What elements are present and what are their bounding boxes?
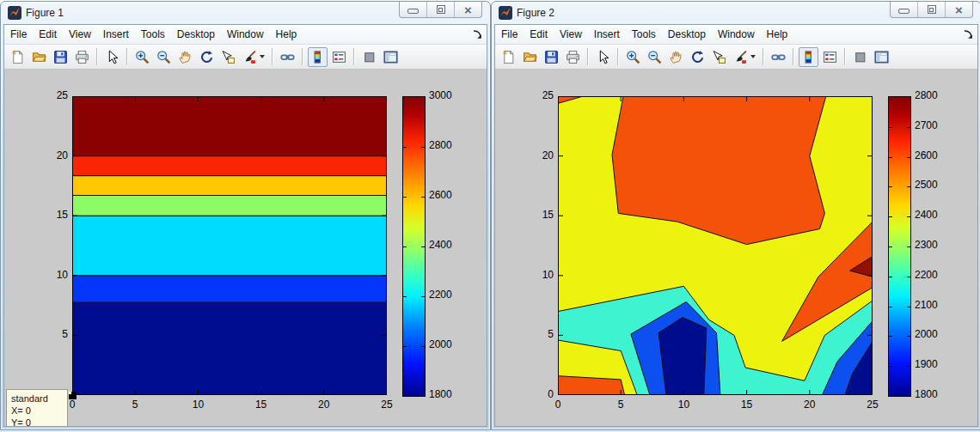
insert-legend-button[interactable]: [329, 47, 349, 67]
colorbar-tick: [889, 336, 892, 337]
colorbar-tick: [421, 147, 425, 148]
y-tick-label: 0: [530, 388, 554, 400]
save-figure-button[interactable]: [542, 47, 561, 67]
rotate-3d-button[interactable]: [688, 47, 707, 67]
colorbar-tick-label: 2000: [915, 328, 938, 340]
pan-button[interactable]: [175, 47, 195, 67]
colorbar: [888, 96, 911, 397]
colorbar-tick-label: 2500: [915, 179, 938, 191]
menu-edit[interactable]: Edit: [524, 26, 554, 43]
colorbar-tick: [907, 277, 910, 277]
menu-desktop[interactable]: Desktop: [171, 26, 221, 43]
insert-colorbar-icon: [310, 50, 325, 64]
menu-window[interactable]: Window: [712, 26, 761, 43]
colorbar-tick: [889, 277, 892, 277]
open-file-button[interactable]: [29, 47, 49, 67]
edit-plot-button[interactable]: [102, 47, 122, 67]
brush-button[interactable]: [240, 47, 267, 67]
menu-file[interactable]: File: [4, 26, 33, 43]
dock-figure-button[interactable]: [472, 28, 483, 40]
x-tick-label: 15: [736, 399, 758, 411]
menu-view[interactable]: View: [554, 26, 588, 43]
minimize-button[interactable]: [400, 2, 427, 17]
rotate-3d-button[interactable]: [197, 47, 217, 67]
edit-plot-icon: [596, 50, 610, 64]
insert-colorbar-button[interactable]: [799, 47, 818, 67]
colorbar-tick-label: 2400: [915, 209, 938, 221]
window-title: Figure 1: [26, 7, 64, 19]
menu-tools[interactable]: Tools: [135, 26, 171, 43]
minimize-button[interactable]: [891, 2, 918, 17]
datatip-x-value: X= 0: [11, 405, 63, 417]
brush-button[interactable]: [731, 47, 758, 67]
pan-button[interactable]: [666, 47, 686, 67]
window-body: FileEditViewInsertToolsDesktopWindowHelp…: [3, 24, 487, 427]
data-cursor-icon: [712, 50, 726, 64]
x-tick-label: 5: [124, 399, 146, 411]
zoom-out-button[interactable]: [154, 47, 174, 67]
contour-plot[interactable]: [72, 96, 387, 395]
titlebar[interactable]: Figure 1 ×: [1, 2, 490, 24]
menu-view[interactable]: View: [63, 26, 97, 43]
menu-desktop[interactable]: Desktop: [662, 26, 712, 43]
close-button[interactable]: ×: [946, 2, 972, 17]
data-cursor-button[interactable]: [709, 47, 729, 67]
print-figure-icon: [566, 50, 580, 64]
figure-toolbar: [4, 45, 487, 70]
colorbar-tick-label: 2800: [429, 139, 452, 151]
link-plot-button[interactable]: [769, 47, 788, 67]
insert-legend-button[interactable]: [820, 47, 840, 67]
colorbar-tick-label: 2000: [429, 338, 452, 350]
brush-dropdown-caret[interactable]: [750, 55, 756, 58]
insert-colorbar-button[interactable]: [308, 47, 328, 67]
contour-plot[interactable]: [558, 96, 873, 395]
zoom-in-icon: [626, 50, 640, 64]
hide-plot-tools-button[interactable]: [850, 47, 870, 67]
menu-tools[interactable]: Tools: [626, 26, 662, 43]
titlebar[interactable]: Figure 2 ×: [492, 2, 980, 24]
menu-help[interactable]: Help: [270, 26, 303, 43]
zoom-in-button[interactable]: [623, 47, 643, 67]
save-figure-button[interactable]: [51, 47, 70, 67]
menu-file[interactable]: File: [495, 26, 524, 43]
window-controls: ×: [399, 2, 482, 18]
show-plot-tools-button[interactable]: [381, 47, 401, 67]
zoom-in-button[interactable]: [132, 47, 152, 67]
colorbar-tick-label: 2600: [915, 149, 938, 161]
colorbar-tick: [421, 346, 425, 347]
link-plot-button[interactable]: [278, 47, 297, 67]
x-tick-label: 25: [376, 399, 398, 411]
y-tick-label: 10: [44, 269, 68, 281]
datatip[interactable]: standard X= 0 Y= 0: [6, 389, 68, 426]
edit-plot-button[interactable]: [593, 47, 613, 67]
colorbar-tick-label: 2300: [915, 239, 938, 251]
toolbar-separator: [844, 48, 846, 65]
new-figure-button[interactable]: [499, 47, 518, 67]
print-figure-button[interactable]: [72, 47, 92, 67]
new-figure-button[interactable]: [8, 47, 28, 67]
menubar: FileEditViewInsertToolsDesktopWindowHelp: [495, 25, 977, 45]
zoom-out-button[interactable]: [645, 47, 665, 67]
maximize-button[interactable]: [427, 2, 455, 17]
datatip-marker[interactable]: [69, 392, 77, 399]
close-button[interactable]: ×: [455, 2, 481, 17]
data-cursor-button[interactable]: [218, 47, 238, 67]
open-file-button[interactable]: [520, 47, 540, 67]
colorbar-tick: [403, 246, 407, 247]
dock-figure-button[interactable]: [963, 28, 974, 40]
menu-help[interactable]: Help: [761, 26, 794, 43]
menu-edit[interactable]: Edit: [33, 26, 63, 43]
menu-insert[interactable]: Insert: [588, 26, 626, 43]
brush-dropdown-caret[interactable]: [260, 55, 265, 58]
maximize-button[interactable]: [918, 2, 946, 17]
menu-window[interactable]: Window: [221, 26, 270, 43]
show-plot-tools-button[interactable]: [872, 47, 891, 67]
print-figure-button[interactable]: [563, 47, 583, 67]
menu-insert[interactable]: Insert: [97, 26, 135, 43]
matlab-logo-icon: [499, 6, 512, 20]
contour-band: [72, 196, 387, 216]
show-plot-tools-icon: [383, 50, 398, 64]
hide-plot-tools-button[interactable]: [359, 47, 379, 67]
colorbar-tick: [403, 147, 407, 148]
maximize-icon: [437, 5, 445, 14]
